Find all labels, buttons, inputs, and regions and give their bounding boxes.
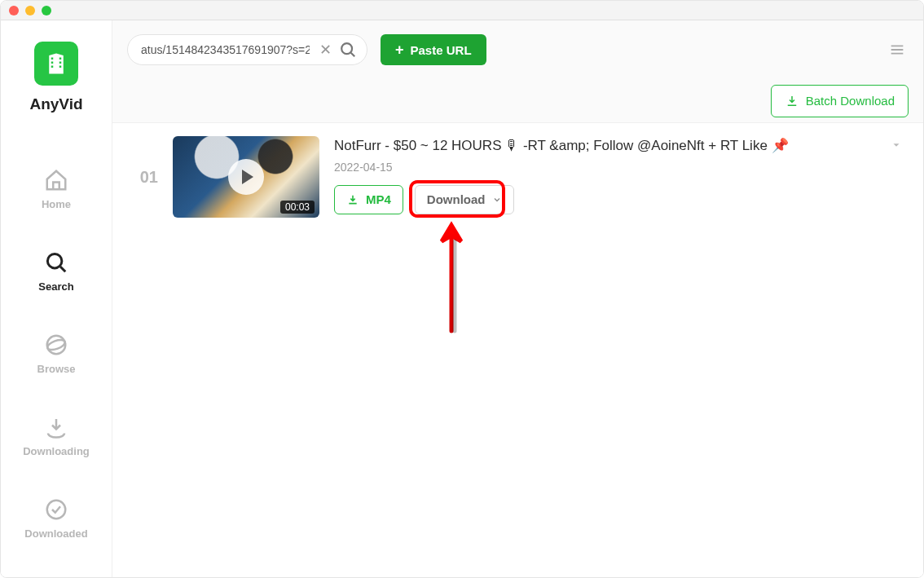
nav-label-browse: Browse (37, 363, 76, 375)
nav-downloading[interactable]: Downloading (23, 414, 90, 457)
mp4-label: MP4 (366, 192, 391, 206)
svg-rect-4 (51, 66, 54, 68)
secondary-toolbar: Batch Download (112, 79, 923, 123)
plus-icon: + (395, 42, 404, 59)
nav-label-downloading: Downloading (23, 445, 90, 457)
batch-download-label: Batch Download (806, 94, 895, 108)
video-thumbnail[interactable]: 00:03 (173, 136, 319, 218)
download-icon (346, 193, 359, 206)
hamburger-menu-icon[interactable] (886, 38, 909, 61)
nav-downloaded[interactable]: Downloaded (24, 496, 87, 540)
download-label: Download (427, 192, 486, 206)
result-index: 01 (134, 168, 158, 187)
chevron-down-icon (492, 195, 502, 205)
paste-url-button[interactable]: + Paste URL (381, 34, 486, 65)
video-date: 2022-04-15 (334, 161, 876, 174)
nav-label-home: Home (42, 198, 71, 210)
result-row: 01 00:03 NotFurr - $50 ~ 12 HOURS 🎙 -RT … (134, 136, 902, 218)
nav-search[interactable]: Search (38, 249, 73, 293)
window-titlebar (1, 1, 923, 20)
download-icon (785, 94, 799, 108)
nav-browse[interactable]: Browse (37, 332, 76, 375)
svg-rect-3 (59, 62, 62, 64)
search-button-icon[interactable] (338, 40, 358, 60)
nav-label-search: Search (38, 280, 73, 293)
home-icon (43, 167, 69, 193)
svg-rect-5 (59, 66, 62, 68)
mp4-button[interactable]: MP4 (334, 185, 403, 214)
paste-url-label: Paste URL (411, 43, 472, 57)
nav-label-downloaded: Downloaded (24, 527, 87, 540)
downloading-icon (43, 414, 69, 440)
batch-download-button[interactable]: Batch Download (771, 85, 909, 117)
search-icon (43, 249, 69, 276)
video-title: NotFurr - $50 ~ 12 HOURS 🎙 -RT &amp; Fol… (334, 136, 876, 156)
svg-rect-1 (59, 58, 62, 60)
window-close-dot[interactable] (9, 6, 19, 15)
window-fullscreen-dot[interactable] (42, 6, 51, 15)
video-duration: 00:03 (280, 201, 315, 214)
topbar: ✕ + Paste URL (112, 20, 923, 79)
svg-line-7 (60, 267, 65, 271)
app-name: AnyVid (29, 95, 82, 113)
svg-rect-2 (51, 62, 54, 64)
window-minimize-dot[interactable] (25, 6, 35, 15)
download-dropdown-button[interactable]: Download (415, 185, 514, 214)
results-area: 01 00:03 NotFurr - $50 ~ 12 HOURS 🎙 -RT … (112, 123, 923, 577)
globe-icon (43, 332, 69, 358)
svg-point-11 (341, 43, 352, 54)
clear-icon[interactable]: ✕ (317, 42, 333, 58)
annotation-arrow (435, 221, 468, 335)
expand-icon[interactable] (891, 136, 902, 154)
svg-point-10 (47, 501, 66, 519)
main-panel: ✕ + Paste URL Batch Download 01 (112, 20, 923, 577)
svg-line-12 (351, 53, 355, 57)
app-logo (34, 42, 78, 86)
check-circle-icon (43, 496, 69, 523)
svg-rect-0 (51, 58, 54, 60)
nav-home[interactable]: Home (42, 167, 71, 210)
sidebar: AnyVid Home Search Browse (1, 20, 112, 577)
logo-film-icon (44, 51, 68, 76)
svg-point-6 (47, 254, 62, 268)
play-icon (228, 159, 264, 195)
